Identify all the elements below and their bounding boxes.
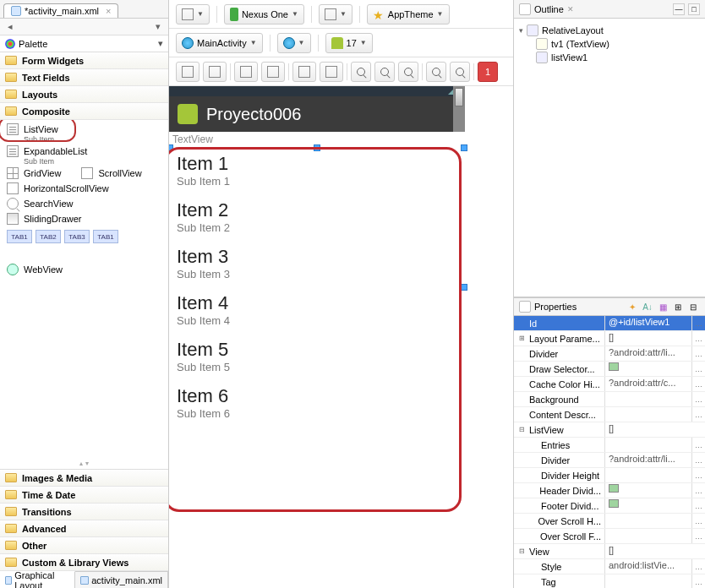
property-row[interactable]: Content Descr...… xyxy=(514,407,705,422)
palette-folder[interactable]: Images & Media xyxy=(0,470,168,487)
property-row[interactable]: Footer Divid...… xyxy=(514,498,705,514)
mini-tab[interactable]: TAB1 xyxy=(93,230,118,243)
list-item[interactable]: Item 6Sub Item 6 xyxy=(170,380,464,427)
property-row[interactable]: Draw Selector...… xyxy=(514,362,705,377)
props-group-icon[interactable]: ▦ xyxy=(656,300,669,313)
maximize-view-icon[interactable]: □ xyxy=(688,3,700,15)
tree-expand-icon[interactable]: ▾ xyxy=(519,26,523,35)
property-value[interactable] xyxy=(605,498,691,513)
outline-listview1[interactable]: listView1 xyxy=(519,51,700,64)
mini-tab[interactable]: TAB3 xyxy=(64,230,90,243)
property-value[interactable] xyxy=(605,392,691,406)
selection-handle[interactable] xyxy=(461,284,467,291)
palette-dropdown-icon[interactable]: ▾ xyxy=(158,38,163,49)
outline-relativelayout[interactable]: ▾ RelativeLayout xyxy=(519,24,700,37)
nav-back-icon[interactable]: ◂ xyxy=(3,20,17,34)
property-edit-button[interactable]: … xyxy=(691,574,705,588)
palette-item-webview[interactable]: WebView xyxy=(0,262,168,277)
property-value[interactable] xyxy=(605,468,691,482)
palette-item[interactable]: HorizontalScrollView xyxy=(0,181,168,196)
property-value[interactable]: @+id/listView1 xyxy=(605,316,691,330)
editor-tab-activity-main[interactable]: *activity_main.xml × xyxy=(3,3,118,18)
palette-item[interactable]: SlidingDrawer xyxy=(0,211,168,226)
property-edit-button[interactable]: … xyxy=(691,346,705,361)
palette-folder[interactable]: Transitions xyxy=(0,504,168,520)
palette-folder[interactable]: Custom & Library Views xyxy=(0,554,168,571)
property-value[interactable]: ?android:attr/li... xyxy=(605,453,691,467)
property-edit-button[interactable]: … xyxy=(691,559,705,574)
mini-tab[interactable]: TAB1 xyxy=(7,230,32,243)
config-dropdown-button[interactable]: ▼ xyxy=(176,4,210,24)
property-row[interactable]: ⊞Layout Parame...[]… xyxy=(514,331,705,346)
property-row[interactable]: Over Scroll H...… xyxy=(514,514,705,529)
orientation-button[interactable]: ▼ xyxy=(319,4,352,24)
property-row[interactable]: Over Scroll F...… xyxy=(514,529,705,544)
props-collapse-icon[interactable]: ⊟ xyxy=(686,300,700,313)
close-tab-icon[interactable]: × xyxy=(106,6,111,16)
palette-folder[interactable]: Form Widgets xyxy=(0,52,168,69)
property-value[interactable] xyxy=(605,483,691,498)
list-item[interactable]: Item 4Sub Item 4 xyxy=(170,287,464,334)
property-value[interactable] xyxy=(605,514,691,528)
layout-toggle-2[interactable] xyxy=(203,62,227,82)
ruler-knob[interactable] xyxy=(455,88,463,106)
property-value[interactable] xyxy=(605,438,691,452)
mini-tab[interactable]: TAB2 xyxy=(36,230,61,243)
lint-warnings-button[interactable]: 1 xyxy=(478,62,498,82)
property-value[interactable]: ?android:attr/c... xyxy=(605,377,691,391)
property-edit-button[interactable]: … xyxy=(691,362,705,376)
list-item[interactable]: Item 3Sub Item 3 xyxy=(170,241,464,287)
props-expand-icon[interactable]: ⊞ xyxy=(671,300,685,313)
palette-item-gridview[interactable]: GridViewScrollView xyxy=(0,166,168,181)
view-mode-2[interactable] xyxy=(261,62,285,82)
selection-handle[interactable] xyxy=(314,144,320,151)
reorder-handle[interactable]: ▴ ▾ xyxy=(0,458,168,469)
tab-source-xml[interactable]: activity_main.xml xyxy=(75,572,168,588)
property-row[interactable]: Divider?android:attr/li...… xyxy=(514,453,705,468)
nav-menu-icon[interactable]: ▾ xyxy=(151,20,165,34)
property-value[interactable]: [] xyxy=(605,422,705,437)
zoom-fit-button[interactable] xyxy=(351,62,371,82)
palette-folder[interactable]: Composite xyxy=(0,103,168,120)
property-value[interactable] xyxy=(605,574,691,588)
property-row[interactable]: Styleandroid:listVie...… xyxy=(514,559,705,574)
selection-handle[interactable] xyxy=(169,144,173,151)
property-row[interactable]: Tag… xyxy=(514,574,705,588)
property-value[interactable] xyxy=(605,362,691,376)
palette-item[interactable]: SearchView xyxy=(0,196,168,211)
zoom-reset-button[interactable] xyxy=(374,62,395,82)
property-row[interactable]: Id@+id/listView1… xyxy=(514,316,705,331)
property-row[interactable]: Divider Height… xyxy=(514,468,705,483)
property-edit-button[interactable]: … xyxy=(691,498,705,513)
property-row[interactable]: Divider?android:attr/li...… xyxy=(514,346,705,362)
selection-handle[interactable] xyxy=(461,144,467,151)
view-mode-1[interactable] xyxy=(234,62,258,82)
palette-header[interactable]: Palette ▾ xyxy=(0,35,168,52)
props-sort-icon[interactable]: A↓ xyxy=(641,300,654,313)
property-row[interactable]: ⊟View[] xyxy=(514,544,705,559)
zoom-out-button[interactable] xyxy=(426,62,446,82)
property-value[interactable]: ?android:attr/li... xyxy=(605,346,691,361)
outline-tv1[interactable]: tv1 (TextView) xyxy=(519,37,700,51)
property-row[interactable]: Background… xyxy=(514,392,705,407)
api-selector-button[interactable]: 17▼ xyxy=(325,33,373,53)
property-value[interactable]: [] xyxy=(605,331,691,346)
property-edit-button[interactable]: … xyxy=(691,453,705,467)
property-edit-button[interactable]: … xyxy=(691,438,705,452)
tab-graphical-layout[interactable]: Graphical Layout xyxy=(0,571,75,588)
property-edit-button[interactable]: … xyxy=(691,331,705,346)
property-edit-button[interactable]: … xyxy=(691,529,705,543)
property-edit-button[interactable]: … xyxy=(691,377,705,391)
property-value[interactable]: android:listVie... xyxy=(605,559,691,574)
list-item[interactable]: Item 5Sub Item 5 xyxy=(170,334,464,380)
property-row[interactable]: Cache Color Hi...?android:attr/c...… xyxy=(514,377,705,392)
theme-selector-button[interactable]: AppTheme▼ xyxy=(367,4,450,24)
property-row[interactable]: Entries… xyxy=(514,438,705,453)
property-row[interactable]: Header Divid...… xyxy=(514,483,705,498)
property-edit-button[interactable]: … xyxy=(691,316,705,330)
property-value[interactable] xyxy=(605,529,691,543)
locale-button[interactable]: ▼ xyxy=(277,33,311,53)
palette-folder[interactable]: Other xyxy=(0,537,168,554)
property-edit-button[interactable]: … xyxy=(691,392,705,406)
property-value[interactable] xyxy=(605,407,691,422)
